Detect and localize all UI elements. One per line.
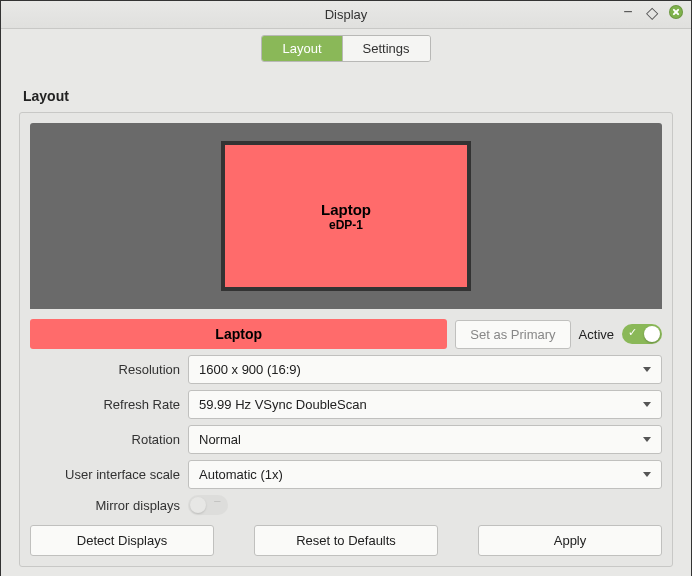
resolution-value: 1600 x 900 (16:9)	[199, 362, 301, 377]
resolution-row: Resolution 1600 x 900 (16:9)	[30, 355, 662, 384]
window-controls: − ◇	[621, 5, 683, 19]
apply-button[interactable]: Apply	[478, 525, 662, 556]
detect-displays-button[interactable]: Detect Displays	[30, 525, 214, 556]
tabbar: Layout Settings	[1, 29, 691, 72]
set-as-primary-button[interactable]: Set as Primary	[455, 320, 570, 349]
rotation-label: Rotation	[30, 432, 180, 447]
maximize-icon[interactable]: ◇	[645, 5, 659, 19]
action-buttons-row: Detect Displays Reset to Defaults Apply	[30, 525, 662, 556]
selected-display-pill[interactable]: Laptop	[30, 319, 447, 349]
uiscale-value: Automatic (1x)	[199, 467, 283, 482]
tab-group: Layout Settings	[261, 35, 430, 62]
mirror-label: Mirror displays	[30, 498, 180, 513]
minimize-icon[interactable]: −	[621, 5, 635, 19]
display-preview-name: Laptop	[321, 201, 371, 218]
uiscale-label: User interface scale	[30, 467, 180, 482]
close-icon[interactable]	[669, 5, 683, 19]
tab-layout[interactable]: Layout	[262, 36, 341, 61]
mirror-row: Mirror displays	[30, 495, 662, 515]
chevron-down-icon	[643, 367, 651, 372]
ui-scale-select[interactable]: Automatic (1x)	[188, 460, 662, 489]
resolution-select[interactable]: 1600 x 900 (16:9)	[188, 355, 662, 384]
chevron-down-icon	[643, 402, 651, 407]
layout-group: Laptop eDP-1 Laptop Set as Primary Activ…	[19, 112, 673, 567]
refresh-row: Refresh Rate 59.99 Hz VSync DoubleScan	[30, 390, 662, 419]
rotation-row: Rotation Normal	[30, 425, 662, 454]
rotation-value: Normal	[199, 432, 241, 447]
tab-settings[interactable]: Settings	[342, 36, 430, 61]
content-area: Layout Laptop eDP-1 Laptop Set as Primar…	[1, 72, 691, 576]
window-title: Display	[325, 7, 368, 22]
display-preview-port: eDP-1	[329, 218, 363, 232]
reset-to-defaults-button[interactable]: Reset to Defaults	[254, 525, 438, 556]
display-settings-window: Display − ◇ Layout Settings Layout Lapto…	[0, 0, 692, 576]
mirror-toggle	[188, 495, 228, 515]
uiscale-row: User interface scale Automatic (1x)	[30, 460, 662, 489]
refresh-value: 59.99 Hz VSync DoubleScan	[199, 397, 367, 412]
active-toggle[interactable]	[622, 324, 662, 344]
active-label: Active	[579, 327, 614, 342]
titlebar: Display − ◇	[1, 1, 691, 29]
rotation-select[interactable]: Normal	[188, 425, 662, 454]
refresh-label: Refresh Rate	[30, 397, 180, 412]
refresh-rate-select[interactable]: 59.99 Hz VSync DoubleScan	[188, 390, 662, 419]
display-canvas[interactable]: Laptop eDP-1	[30, 123, 662, 309]
chevron-down-icon	[643, 472, 651, 477]
display-selector-row: Laptop Set as Primary Active	[30, 319, 662, 349]
resolution-label: Resolution	[30, 362, 180, 377]
display-preview-laptop[interactable]: Laptop eDP-1	[221, 141, 471, 291]
chevron-down-icon	[643, 437, 651, 442]
group-title: Layout	[23, 88, 673, 104]
